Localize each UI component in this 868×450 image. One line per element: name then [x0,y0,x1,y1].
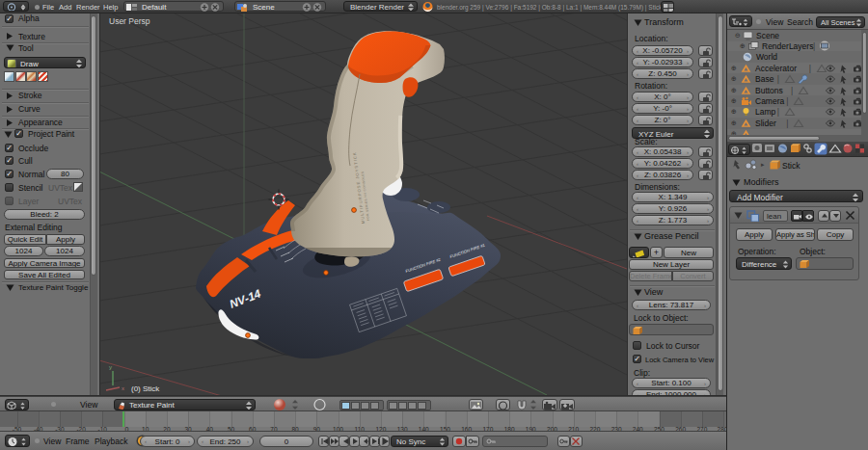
svg-text:User Persp: User Persp [109,16,150,26]
svg-text:y: y [109,364,112,370]
svg-text:(0) Stick: (0) Stick [131,384,160,393]
svg-text:x: x [122,385,124,391]
